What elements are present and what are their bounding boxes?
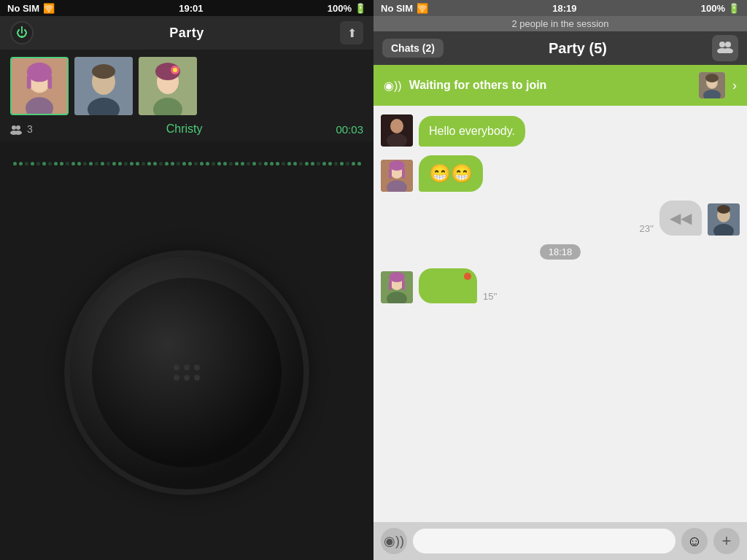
msg-avatar-2 — [381, 160, 413, 192]
time-left: 19:01 — [179, 3, 203, 14]
msg-bubble-3: ◀◀ — [659, 201, 702, 236]
voice-input-button[interactable]: ◉)) — [381, 528, 407, 554]
emoji-button[interactable]: ☺ — [681, 528, 708, 554]
battery-icon-left: 🔋 — [355, 3, 366, 14]
active-speaker-name: Christy — [166, 122, 203, 136]
battery-icon-right: 🔋 — [728, 3, 740, 14]
chats-label: Chats (2) — [391, 42, 435, 54]
svg-point-28 — [705, 74, 719, 82]
msg-avatar-1 — [381, 114, 413, 147]
battery-left: 100% — [328, 3, 352, 14]
chat-input-bar: ◉)) ☺ + — [374, 522, 747, 560]
voice-input-icon: ◉)) — [384, 533, 404, 549]
add-button[interactable]: + — [713, 528, 740, 554]
chat-messages: Hello everybody. 😁😁 ◀◀ 23'' 18:1 — [374, 106, 747, 522]
dial-inner — [92, 278, 282, 467]
carrier-right: No SIM — [381, 3, 413, 14]
svg-point-21 — [719, 42, 725, 47]
upload-icon: ⬆ — [347, 26, 357, 40]
svg-rect-47 — [402, 280, 405, 290]
timestamp-row: 18:18 — [381, 244, 740, 260]
svg-point-22 — [725, 42, 731, 47]
dial-dots — [174, 365, 200, 381]
msg-bubble-4: ◉)) — [419, 268, 477, 303]
msg-time-3: 23'' — [640, 223, 654, 234]
participant-avatar-1[interactable] — [10, 57, 69, 115]
timestamp-text: 18:18 — [549, 246, 573, 257]
chats-button[interactable]: Chats (2) — [382, 39, 444, 58]
svg-point-15 — [173, 68, 177, 72]
participant-avatar-3[interactable] — [139, 57, 197, 115]
battery-right: 100% — [701, 3, 725, 14]
waiting-avatar — [699, 72, 725, 98]
waiting-chevron-icon: › — [732, 78, 737, 93]
svg-rect-36 — [389, 168, 392, 179]
party-title-left: Party — [169, 26, 204, 41]
right-panel: No SIM 🛜 18:19 100% 🔋 2 people in the se… — [374, 0, 747, 560]
msg-text-1: Hello everybody. — [429, 125, 515, 137]
waveform-area — [0, 141, 374, 185]
power-button[interactable]: ⏻ — [10, 21, 34, 44]
call-timer: 00:03 — [336, 123, 363, 136]
carrier-left: No SIM — [7, 3, 39, 14]
people-count: 3 — [10, 123, 33, 135]
voice-icon-4: ◉)) — [429, 276, 451, 296]
message-row-1: Hello everybody. — [381, 114, 740, 147]
svg-rect-46 — [389, 280, 392, 290]
svg-rect-37 — [402, 168, 405, 179]
svg-point-18 — [16, 125, 20, 130]
add-icon: + — [722, 532, 732, 551]
msg-emoji-2: 😁😁 — [429, 163, 473, 183]
dial-outer[interactable] — [70, 256, 303, 489]
msg-avatar-3 — [708, 203, 740, 236]
group-icon-button[interactable] — [712, 35, 738, 61]
info-row: 3 Christy 00:03 — [0, 120, 374, 141]
voice-icon-3: ◀◀ — [670, 208, 692, 228]
msg-bubble-1: Hello everybody. — [419, 116, 525, 147]
waiting-signal-icon: ◉)) — [384, 79, 402, 93]
session-bar: 2 people in the session — [374, 16, 747, 31]
message-row-2: 😁😁 — [381, 155, 740, 192]
group-icon — [717, 40, 733, 57]
msg-time-4: 15'' — [483, 291, 497, 302]
svg-point-41 — [717, 205, 730, 214]
party-title-right: Party (5) — [549, 40, 607, 57]
header-left: ⏻ Party ⬆ — [0, 16, 374, 50]
waiting-text: Waiting for others to join — [409, 79, 692, 92]
status-bar-right: No SIM 🛜 18:19 100% 🔋 — [374, 0, 747, 16]
svg-point-9 — [92, 64, 115, 79]
upload-button[interactable]: ⬆ — [340, 21, 363, 44]
red-dot-indicator — [464, 273, 471, 280]
status-bar-left: No SIM 🛜 19:01 100% 🔋 — [0, 0, 374, 16]
avatar-image-2 — [74, 57, 133, 115]
emoji-icon: ☺ — [687, 533, 702, 550]
participant-avatar-2[interactable] — [74, 57, 133, 115]
message-input[interactable] — [413, 529, 676, 553]
session-text: 2 people in the session — [512, 18, 609, 29]
msg-bubble-2: 😁😁 — [419, 155, 483, 192]
svg-point-31 — [390, 119, 403, 133]
wifi-icon-left: 🛜 — [43, 3, 55, 14]
svg-rect-5 — [47, 75, 52, 89]
msg-avatar-4 — [381, 271, 413, 303]
left-panel: No SIM 🛜 19:01 100% 🔋 ⏻ Party ⬆ — [0, 0, 374, 560]
dial-area — [0, 185, 374, 560]
waiting-banner[interactable]: ◉)) Waiting for others to join › — [374, 65, 747, 106]
message-row-3: ◀◀ 23'' — [381, 201, 740, 236]
wifi-icon-right: 🛜 — [417, 3, 428, 14]
svg-rect-4 — [27, 75, 31, 89]
timestamp-badge: 18:18 — [540, 244, 581, 260]
header-right: Chats (2) Party (5) — [374, 31, 747, 65]
message-row-4: ◉)) 15'' — [381, 268, 740, 303]
participants-row — [0, 50, 374, 120]
avatar-image-3 — [139, 57, 197, 115]
svg-point-17 — [12, 125, 16, 130]
avatar-image-1 — [12, 58, 67, 114]
waveform-dots — [13, 162, 361, 166]
power-icon: ⏻ — [16, 26, 28, 39]
time-right: 18:19 — [552, 3, 576, 14]
svg-point-20 — [15, 131, 22, 135]
